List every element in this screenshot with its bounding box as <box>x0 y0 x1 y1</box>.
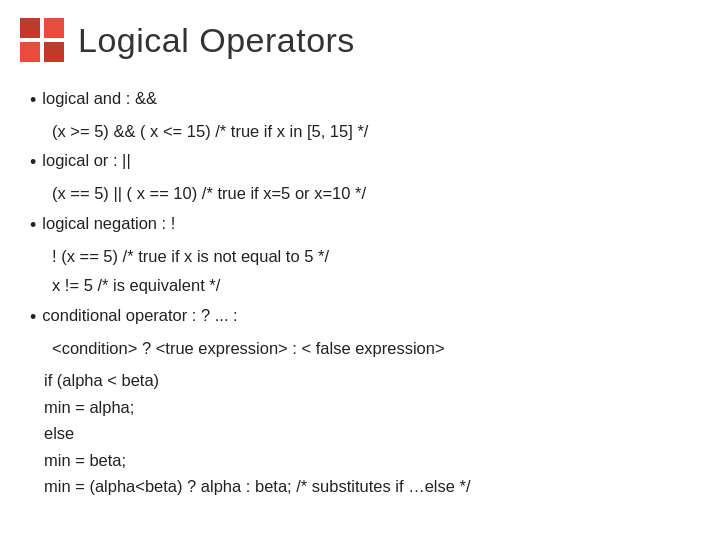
slide-title: Logical Operators <box>78 21 355 60</box>
code-line-4: min = beta; <box>44 447 690 473</box>
bullet-dot-2: • <box>30 149 36 177</box>
bullet-text-3: logical negation : ! <box>42 211 690 237</box>
bullet-text-4: conditional operator : ? ... : <box>42 303 690 329</box>
logical-or-example: (x == 5) || ( x == 10) /* true if x=5 or… <box>30 181 690 207</box>
logical-negation-example-2: x != 5 /* is equivalent */ <box>30 273 690 299</box>
code-line-3: else <box>44 420 690 446</box>
logo-icon <box>20 18 64 62</box>
bullet-dot-1: • <box>30 87 36 115</box>
code-line-5: min = (alpha<beta) ? alpha : beta; /* su… <box>44 473 690 499</box>
slide: Logical Operators • logical and : && (x … <box>0 0 720 540</box>
code-line-2: min = alpha; <box>44 394 690 420</box>
logical-and-label: logical and : && <box>42 89 157 107</box>
conditional-example: <condition> ? <true expression> : < fals… <box>30 336 690 362</box>
slide-content: • logical and : && (x >= 5) && ( x <= 15… <box>0 76 720 509</box>
code-block: if (alpha < beta) min = alpha; else min … <box>30 367 690 499</box>
bullet-dot-4: • <box>30 304 36 332</box>
logical-negation-example-1: ! (x == 5) /* true if x is not equal to … <box>30 244 690 270</box>
bullet-logical-and: • logical and : && <box>30 86 690 115</box>
bullet-conditional: • conditional operator : ? ... : <box>30 303 690 332</box>
bullet-text-2: logical or : || <box>42 148 690 174</box>
code-line-1: if (alpha < beta) <box>44 367 690 393</box>
logical-and-example: (x >= 5) && ( x <= 15) /* true if x in [… <box>30 119 690 145</box>
bullet-dot-3: • <box>30 212 36 240</box>
bullet-text-1: logical and : && <box>42 86 690 112</box>
bullet-logical-or: • logical or : || <box>30 148 690 177</box>
bullet-logical-negation: • logical negation : ! <box>30 211 690 240</box>
slide-header: Logical Operators <box>0 0 720 76</box>
